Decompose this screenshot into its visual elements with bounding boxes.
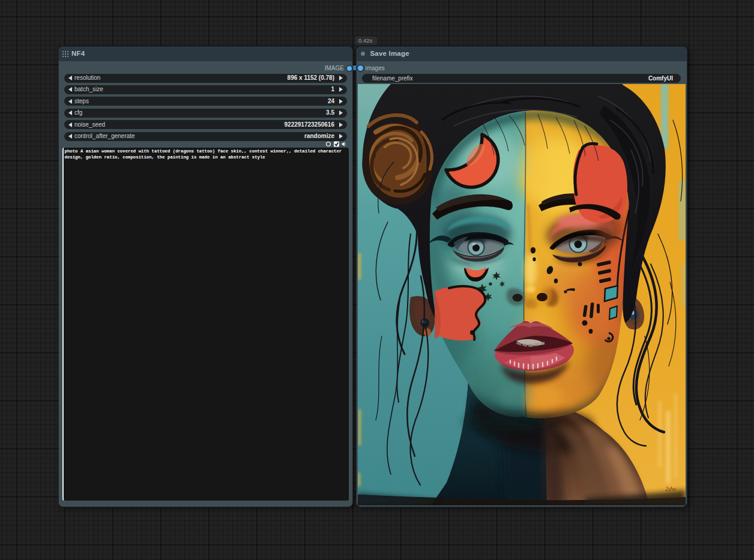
svg-text:2dw: 2dw (665, 485, 677, 492)
